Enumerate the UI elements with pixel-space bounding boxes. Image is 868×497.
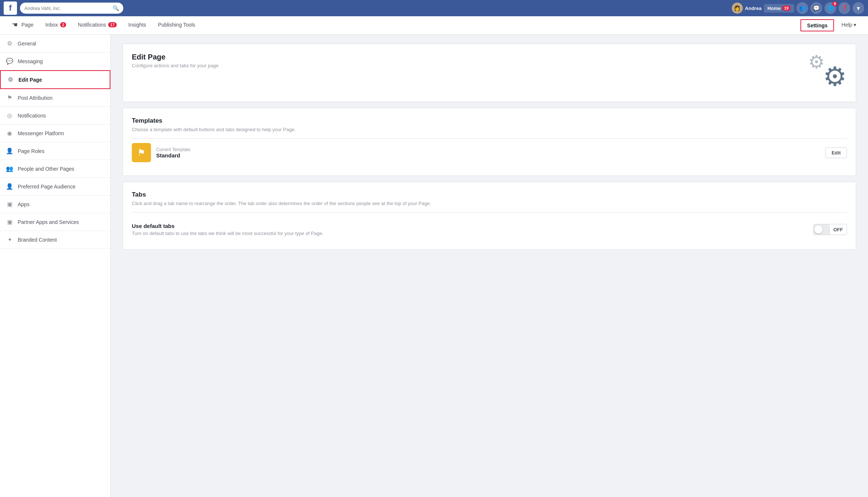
tabs-section: Tabs Click and drag a tab name to rearra… bbox=[123, 182, 856, 250]
template-info: Current Template: Standard bbox=[156, 147, 820, 159]
inbox-badge: 2 bbox=[60, 22, 66, 27]
main-panel: Edit Page Configure actions and tabs for… bbox=[111, 35, 868, 497]
template-icon: ⚑ bbox=[132, 143, 151, 162]
toggle-label: OFF bbox=[829, 225, 847, 234]
templates-description: Choose a template with default buttons a… bbox=[132, 127, 847, 132]
settings-tab[interactable]: Settings bbox=[800, 19, 834, 31]
branded-content-icon: ✦ bbox=[6, 236, 13, 243]
page-navbar: ☚ Page Inbox 2 Notifications 17 Insights… bbox=[0, 16, 868, 35]
tabs-description: Click and drag a tab name to rearrange t… bbox=[132, 201, 847, 206]
facebook-logo: f bbox=[4, 1, 17, 15]
sidebar-item-messaging[interactable]: 💬 Messaging bbox=[0, 52, 110, 70]
edit-page-subtitle: Configure actions and tabs for your page bbox=[132, 63, 219, 68]
people-icon: 👥 bbox=[6, 165, 13, 172]
navbar-right: 👩 Andrea Home 19 👥 💬 🌐 9 ❓ ▼ bbox=[732, 2, 864, 14]
inbox-tab[interactable]: Inbox 2 bbox=[40, 16, 72, 34]
sidebar-item-post-attribution[interactable]: ⚑ Post Attribution bbox=[0, 89, 110, 107]
sidebar-label-messenger-platform: Messenger Platform bbox=[18, 130, 64, 136]
sidebar-label-apps: Apps bbox=[18, 201, 30, 207]
publishing-tools-tab[interactable]: Publishing Tools bbox=[152, 16, 201, 34]
toggle-wrap[interactable]: OFF bbox=[813, 224, 847, 235]
globe-badge: 9 bbox=[832, 1, 837, 6]
edit-page-header: Edit Page Configure actions and tabs for… bbox=[132, 53, 847, 90]
sidebar-label-post-attribution: Post Attribution bbox=[18, 95, 52, 101]
toggle-track[interactable] bbox=[814, 224, 829, 235]
messaging-icon: 💬 bbox=[6, 58, 13, 65]
page-tab[interactable]: ☚ Page bbox=[6, 16, 40, 34]
gear-icons-decoration: ⚙ ⚙ bbox=[795, 53, 847, 90]
templates-section: Templates Choose a template with default… bbox=[123, 108, 856, 176]
sidebar-item-general[interactable]: ⚙ General bbox=[0, 35, 110, 52]
sidebar-item-edit-page[interactable]: ⚙ Edit Page bbox=[0, 70, 110, 89]
sidebar: ⚙ General 💬 Messaging ⚙ Edit Page ⚑ Post… bbox=[0, 35, 111, 497]
hand-cursor-icon: ☚ bbox=[12, 21, 18, 29]
sidebar-label-preferred-page-audience: Preferred Page Audience bbox=[18, 184, 75, 190]
help-tab[interactable]: Help ▾ bbox=[836, 16, 862, 34]
large-gear-icon: ⚙ bbox=[823, 63, 847, 90]
help-label: Help ▾ bbox=[841, 22, 856, 28]
template-label: Current Template: bbox=[156, 147, 820, 152]
sidebar-item-people-and-other-pages[interactable]: 👥 People and Other Pages bbox=[0, 160, 110, 178]
sidebar-item-apps[interactable]: ▣ Apps bbox=[0, 195, 110, 213]
dropdown-icon[interactable]: ▼ bbox=[852, 2, 864, 14]
publishing-tools-label: Publishing Tools bbox=[158, 22, 195, 28]
user-name: Andrea bbox=[745, 6, 762, 11]
preferred-audience-icon: 👤 bbox=[6, 183, 13, 190]
tabs-title: Tabs bbox=[132, 191, 847, 198]
partner-apps-icon: ▣ bbox=[6, 218, 13, 225]
main-content: ⚙ General 💬 Messaging ⚙ Edit Page ⚑ Post… bbox=[0, 35, 868, 497]
insights-label: Insights bbox=[128, 22, 146, 28]
sidebar-label-messaging: Messaging bbox=[18, 58, 43, 64]
notifications-tab[interactable]: Notifications 17 bbox=[72, 16, 123, 34]
sidebar-item-notifications[interactable]: ◎ Notifications bbox=[0, 107, 110, 125]
template-row: ⚑ Current Template: Standard Edit bbox=[132, 138, 847, 167]
small-gear-icon: ⚙ bbox=[808, 53, 825, 71]
friends-icon[interactable]: 👥 bbox=[796, 2, 808, 14]
search-icon: 🔍 bbox=[113, 5, 119, 11]
sidebar-label-edit-page: Edit Page bbox=[18, 77, 42, 83]
messenger-icon[interactable]: 💬 bbox=[810, 2, 822, 14]
avatar: 👩 bbox=[732, 3, 743, 14]
sidebar-item-messenger-platform[interactable]: ◉ Messenger Platform bbox=[0, 125, 110, 142]
sidebar-item-page-roles[interactable]: 👤 Page Roles bbox=[0, 142, 110, 160]
sidebar-label-page-roles: Page Roles bbox=[18, 148, 44, 154]
user-avatar-wrap[interactable]: 👩 Andrea bbox=[732, 3, 762, 14]
home-badge: 19 bbox=[782, 6, 790, 11]
search-bar[interactable]: 🔍 bbox=[20, 3, 123, 14]
messenger-platform-icon: ◉ bbox=[6, 130, 13, 137]
sidebar-label-people-and-other-pages: People and Other Pages bbox=[18, 166, 74, 172]
help-icon[interactable]: ❓ bbox=[838, 2, 850, 14]
edit-page-icon: ⚙ bbox=[7, 76, 14, 83]
use-default-tabs-info: Use default tabs Turn on default tabs to… bbox=[132, 223, 323, 236]
sidebar-label-partner-apps-and-services: Partner Apps and Services bbox=[18, 219, 79, 225]
globe-icon[interactable]: 🌐 9 bbox=[824, 2, 836, 14]
use-default-tabs-desc: Turn on default tabs to use the tabs we … bbox=[132, 231, 323, 236]
template-name: Standard bbox=[156, 152, 820, 159]
use-default-tabs-row: Use default tabs Turn on default tabs to… bbox=[132, 218, 847, 241]
templates-title: Templates bbox=[132, 117, 847, 125]
sidebar-item-branded-content[interactable]: ✦ Branded Content bbox=[0, 231, 110, 249]
apps-icon: ▣ bbox=[6, 201, 13, 208]
sidebar-label-branded-content: Branded Content bbox=[18, 237, 57, 243]
post-attribution-icon: ⚑ bbox=[6, 94, 13, 101]
notifications-badge: 17 bbox=[108, 22, 116, 27]
search-input[interactable] bbox=[24, 6, 111, 11]
page-roles-icon: 👤 bbox=[6, 147, 13, 154]
edit-page-header-section: Edit Page Configure actions and tabs for… bbox=[123, 44, 856, 102]
sidebar-item-partner-apps-and-services[interactable]: ▣ Partner Apps and Services bbox=[0, 213, 110, 231]
sidebar-label-general: General bbox=[18, 41, 36, 47]
home-button[interactable]: Home 19 bbox=[764, 4, 794, 13]
sidebar-label-notifications: Notifications bbox=[18, 113, 46, 119]
inbox-label: Inbox bbox=[45, 22, 58, 28]
tabs-divider bbox=[132, 212, 847, 212]
notifications-icon: ◎ bbox=[6, 112, 13, 119]
insights-tab[interactable]: Insights bbox=[123, 16, 152, 34]
sidebar-item-preferred-page-audience[interactable]: 👤 Preferred Page Audience bbox=[0, 178, 110, 195]
gear-icon: ⚙ bbox=[6, 40, 13, 47]
toggle-thumb bbox=[814, 225, 823, 234]
edit-page-info: Edit Page Configure actions and tabs for… bbox=[132, 53, 219, 68]
use-default-tabs-label: Use default tabs bbox=[132, 223, 323, 229]
edit-page-title: Edit Page bbox=[132, 53, 219, 61]
page-tab-label: Page bbox=[21, 22, 34, 28]
edit-template-button[interactable]: Edit bbox=[825, 147, 847, 158]
